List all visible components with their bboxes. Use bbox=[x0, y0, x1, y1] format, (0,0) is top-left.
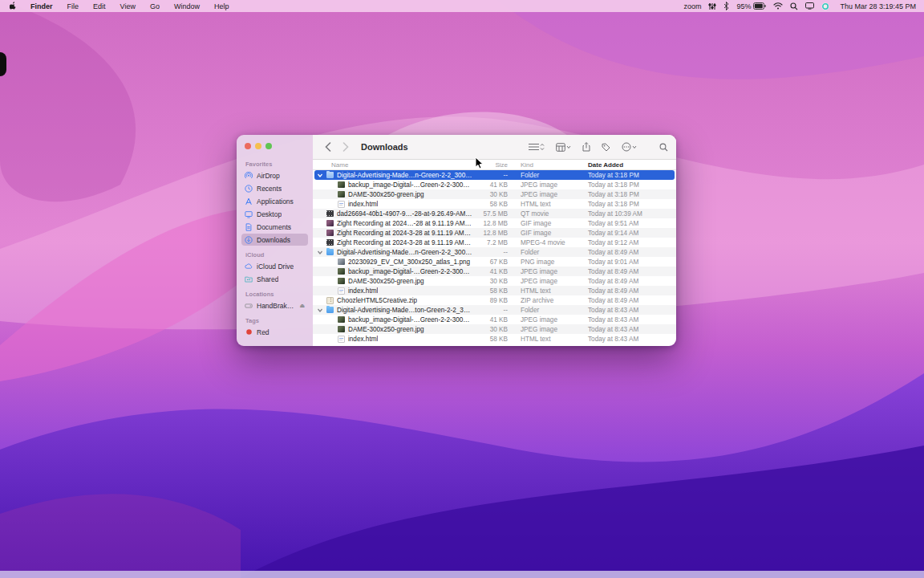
sidebar-item-label: Downloads bbox=[257, 236, 290, 244]
html-file-icon bbox=[338, 287, 345, 295]
search-icon[interactable] bbox=[790, 2, 798, 10]
menu-item-go[interactable]: Go bbox=[143, 2, 167, 10]
share-icon[interactable] bbox=[582, 142, 590, 152]
group-icon[interactable] bbox=[556, 143, 571, 152]
sidebar-item-label: iCloud Drive bbox=[257, 263, 294, 271]
file-kind-cell: GIF image bbox=[519, 220, 588, 227]
file-row[interactable]: backup_image-Digital-…Green-2-2-300x250.… bbox=[313, 180, 676, 189]
file-row[interactable]: DAME-300x250-green.jpg30 KBJPEG imageTod… bbox=[313, 324, 676, 334]
file-row[interactable]: ChoozleHTML5Creative.zip89 KBZIP archive… bbox=[313, 295, 676, 305]
disclosure-triangle-icon[interactable] bbox=[318, 308, 323, 312]
red-tag-icon bbox=[245, 328, 253, 336]
jpeg-file-icon bbox=[338, 191, 345, 197]
finder-window: FavoritesAirDropRecentsApplicationsDeskt… bbox=[237, 135, 676, 346]
file-date-cell: Today at 8:49 AM bbox=[588, 287, 670, 295]
battery-status[interactable]: 95% bbox=[736, 2, 766, 10]
png-file-icon bbox=[338, 258, 345, 265]
close-button[interactable] bbox=[245, 143, 251, 149]
sidebar-item-recents[interactable]: Recents bbox=[241, 182, 308, 194]
file-name-cell: dad26694-40b1-4907-9…-28-at-9.26.49-AM.m… bbox=[318, 210, 472, 218]
menu-item-view[interactable]: View bbox=[113, 2, 143, 10]
file-kind-cell: JPEG image bbox=[519, 326, 588, 333]
finder-sidebar: FavoritesAirDropRecentsApplicationsDeskt… bbox=[237, 135, 313, 346]
column-header-kind[interactable]: Kind bbox=[519, 161, 588, 169]
screen-edge-artifact bbox=[0, 52, 6, 76]
sidebar-item-label: Shared bbox=[257, 275, 278, 283]
file-row[interactable]: dad26694-40b1-4907-9…-28-at-9.26.49-AM.m… bbox=[313, 209, 676, 218]
sidebar-item-shared[interactable]: Shared bbox=[241, 273, 308, 285]
column-header-size[interactable]: Size bbox=[472, 161, 508, 169]
tag-icon[interactable] bbox=[602, 143, 610, 152]
back-icon[interactable] bbox=[321, 140, 335, 154]
sidebar-item-applications[interactable]: Applications bbox=[241, 195, 308, 207]
file-name-cell: ChoozleHTML5Creative.zip bbox=[318, 297, 472, 304]
file-size-cell: 58 KB bbox=[472, 336, 508, 343]
sidebar-item-downloads[interactable]: Downloads bbox=[241, 234, 308, 246]
file-row[interactable]: index.html58 KBHTML textToday at 3:18 PM bbox=[313, 199, 676, 209]
file-row[interactable]: backup_image-Digital-…Green-2-2-300x250.… bbox=[313, 267, 676, 276]
file-row[interactable]: Zight Recording at 2024…-28 at 9.11.19 A… bbox=[313, 218, 676, 228]
file-row[interactable]: backup_image-Digital-…Green-2-2-300x250.… bbox=[313, 315, 676, 324]
file-date-cell: Today at 8:43 AM bbox=[588, 316, 670, 324]
disclosure-triangle-icon[interactable] bbox=[318, 250, 323, 254]
sliders-icon[interactable] bbox=[708, 2, 716, 10]
disclosure-triangle-icon[interactable] bbox=[318, 173, 323, 177]
file-row[interactable]: index.html58 KBHTML textToday at 8:49 AM bbox=[313, 286, 676, 295]
menu-item-finder[interactable]: Finder bbox=[23, 2, 60, 10]
file-row[interactable]: Zight Recording at 2024-3-28 at 9.11.19 … bbox=[313, 238, 676, 247]
file-kind-cell: JPEG image bbox=[519, 278, 588, 285]
file-kind-cell: JPEG image bbox=[519, 181, 588, 189]
list-view-icon[interactable] bbox=[529, 143, 545, 151]
zoom-button[interactable] bbox=[265, 143, 272, 149]
file-kind-cell: JPEG image bbox=[519, 191, 588, 198]
file-row[interactable]: index.html58 KBHTML textToday at 8:43 AM bbox=[313, 334, 676, 344]
file-name-cell: index.html bbox=[318, 336, 472, 343]
file-row[interactable]: 20230929_EV_CM_300x250_atlas_1.png67 KBP… bbox=[313, 257, 676, 267]
menu-clock[interactable]: Thu Mar 28 3:19:45 PM bbox=[837, 2, 916, 10]
column-header-name[interactable]: Name bbox=[318, 161, 472, 169]
file-row[interactable]: Digital-Advertising-Made…n-Green-2-2_300… bbox=[313, 247, 676, 257]
column-header-date-added[interactable]: Date Added bbox=[588, 161, 670, 169]
sidebar-item-airdrop[interactable]: AirDrop bbox=[241, 169, 308, 181]
zoom-menu-item[interactable]: zoom bbox=[683, 2, 701, 10]
file-row[interactable]: DAME-300x250-green.jpg30 KBJPEG imageTod… bbox=[313, 189, 676, 199]
jpeg-file-icon bbox=[338, 326, 345, 332]
wifi-icon[interactable] bbox=[773, 2, 783, 10]
search-icon[interactable] bbox=[659, 143, 668, 152]
file-row[interactable]: Digital-Advertising-Made…ton-Green-2-2_3… bbox=[313, 305, 676, 315]
file-kind-cell: HTML text bbox=[519, 287, 588, 295]
minimize-button[interactable] bbox=[255, 143, 261, 149]
file-date-cell: Today at 8:43 AM bbox=[588, 307, 670, 314]
folder-file-icon bbox=[326, 307, 334, 313]
camera-dot-icon[interactable] bbox=[821, 2, 829, 10]
file-name-cell: DAME-300x250-green.jpg bbox=[318, 191, 472, 198]
file-row[interactable]: DAME-300x250-green.jpg30 KBJPEG imageTod… bbox=[313, 276, 676, 286]
forward-icon[interactable] bbox=[338, 140, 353, 154]
menu-bar: FinderFileEditViewGoWindowHelp zoom 95% … bbox=[0, 0, 924, 12]
file-name-cell: Zight Recording at 2024-3-28 at 9.11.19 … bbox=[318, 239, 472, 246]
more-icon[interactable] bbox=[622, 142, 637, 152]
file-kind-cell: GIF image bbox=[519, 230, 588, 237]
sidebar-item-icloud-drive[interactable]: iCloud Drive bbox=[241, 260, 308, 272]
file-row[interactable]: Digital-Advertising-Made…n-Green-2-2_300… bbox=[314, 170, 675, 180]
sidebar-item-red[interactable]: Red bbox=[241, 326, 308, 338]
gif-file-icon bbox=[326, 220, 334, 226]
file-row[interactable]: Zight Recording at 2024-3-28 at 9.11.19 … bbox=[313, 228, 676, 238]
battery-icon bbox=[753, 2, 766, 10]
sidebar-item-handbrake-[interactable]: HandBrake-…⏏ bbox=[241, 299, 308, 311]
bluetooth-icon[interactable] bbox=[723, 2, 729, 10]
file-date-cell: Today at 3:18 PM bbox=[588, 172, 670, 179]
apple-logo-icon[interactable] bbox=[10, 2, 18, 10]
menu-item-edit[interactable]: Edit bbox=[86, 2, 113, 10]
display-icon[interactable] bbox=[805, 2, 814, 10]
menu-item-help[interactable]: Help bbox=[207, 2, 237, 10]
sidebar-item-label: AirDrop bbox=[257, 172, 280, 180]
menu-item-file[interactable]: File bbox=[60, 2, 87, 10]
eject-icon[interactable]: ⏏ bbox=[299, 303, 305, 309]
menu-item-window[interactable]: Window bbox=[167, 2, 207, 10]
file-name-label: dad26694-40b1-4907-9…-28-at-9.26.49-AM.m… bbox=[337, 210, 472, 218]
sidebar-item-desktop[interactable]: Desktop bbox=[241, 208, 308, 220]
sidebar-item-documents[interactable]: Documents bbox=[241, 221, 308, 233]
file-date-cell: Today at 9:51 AM bbox=[588, 220, 670, 227]
html-file-icon bbox=[338, 336, 345, 343]
